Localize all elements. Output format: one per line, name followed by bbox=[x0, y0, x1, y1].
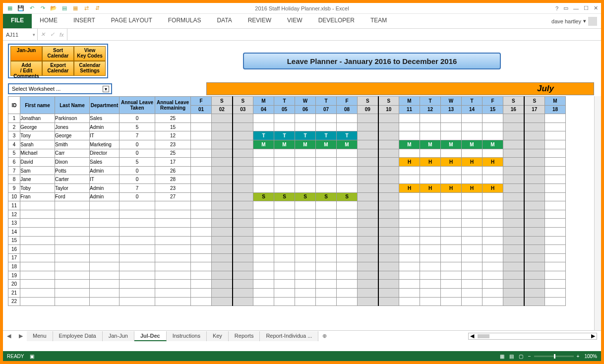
panel-button-sort-calendar[interactable]: SortCalendar bbox=[42, 46, 74, 61]
day-cell[interactable] bbox=[212, 262, 233, 271]
day-cell[interactable] bbox=[295, 236, 316, 245]
day-cell[interactable] bbox=[191, 166, 212, 175]
ribbon-tab-insert[interactable]: INSERT bbox=[65, 14, 103, 28]
day-cell[interactable] bbox=[212, 131, 233, 140]
day-cell[interactable] bbox=[524, 122, 545, 131]
day-cell[interactable] bbox=[337, 114, 358, 123]
day-cell[interactable] bbox=[212, 140, 233, 149]
sheet-tab-employee-data[interactable]: Employee Data bbox=[53, 331, 103, 341]
day-cell[interactable] bbox=[545, 114, 566, 123]
day-cell[interactable] bbox=[524, 271, 545, 280]
day-cell[interactable] bbox=[462, 280, 483, 289]
day-cell[interactable] bbox=[295, 210, 316, 219]
day-cell[interactable] bbox=[441, 210, 462, 219]
day-cell[interactable] bbox=[316, 201, 337, 210]
qat-icon-1[interactable]: ▤ bbox=[60, 4, 68, 12]
day-cell[interactable] bbox=[420, 253, 441, 262]
day-cell[interactable] bbox=[191, 245, 212, 254]
day-cell[interactable] bbox=[399, 297, 420, 306]
day-cell[interactable] bbox=[399, 149, 420, 158]
day-cell[interactable] bbox=[441, 262, 462, 271]
day-cell[interactable] bbox=[420, 236, 441, 245]
day-cell[interactable] bbox=[524, 289, 545, 298]
day-cell[interactable] bbox=[233, 289, 253, 298]
day-cell[interactable] bbox=[337, 183, 358, 192]
day-cell[interactable] bbox=[316, 175, 337, 184]
day-cell[interactable] bbox=[253, 262, 274, 271]
day-cell[interactable] bbox=[191, 175, 212, 184]
day-cell[interactable] bbox=[545, 262, 566, 271]
ribbon-tab-developer[interactable]: DEVELOPER bbox=[310, 14, 362, 28]
day-cell[interactable] bbox=[378, 210, 399, 219]
day-cell[interactable] bbox=[399, 166, 420, 175]
day-cell[interactable] bbox=[420, 280, 441, 289]
day-cell[interactable] bbox=[212, 114, 233, 123]
day-cell[interactable] bbox=[378, 192, 399, 201]
day-cell[interactable] bbox=[274, 183, 295, 192]
day-cell[interactable] bbox=[503, 289, 524, 298]
day-cell[interactable] bbox=[274, 262, 295, 271]
day-cell[interactable]: H bbox=[483, 158, 503, 167]
day-cell[interactable] bbox=[337, 262, 358, 271]
day-cell[interactable]: H bbox=[420, 158, 441, 167]
day-cell[interactable]: H bbox=[399, 183, 420, 192]
day-cell[interactable] bbox=[274, 297, 295, 306]
day-cell[interactable] bbox=[253, 122, 274, 131]
day-cell[interactable] bbox=[358, 122, 378, 131]
day-cell[interactable] bbox=[337, 122, 358, 131]
day-cell[interactable] bbox=[253, 175, 274, 184]
day-cell[interactable] bbox=[483, 210, 503, 219]
day-cell[interactable] bbox=[399, 122, 420, 131]
day-cell[interactable] bbox=[524, 131, 545, 140]
help-icon[interactable]: ? bbox=[555, 5, 558, 11]
day-cell[interactable] bbox=[420, 192, 441, 201]
day-cell[interactable] bbox=[233, 297, 253, 306]
day-cell[interactable] bbox=[462, 227, 483, 236]
day-cell[interactable] bbox=[503, 166, 524, 175]
day-cell[interactable] bbox=[524, 166, 545, 175]
day-cell[interactable] bbox=[524, 158, 545, 167]
day-cell[interactable] bbox=[483, 192, 503, 201]
day-cell[interactable] bbox=[191, 236, 212, 245]
day-cell[interactable] bbox=[212, 236, 233, 245]
day-cell[interactable]: H bbox=[441, 183, 462, 192]
day-cell[interactable] bbox=[274, 158, 295, 167]
day-cell[interactable] bbox=[295, 122, 316, 131]
day-cell[interactable] bbox=[420, 175, 441, 184]
day-cell[interactable] bbox=[462, 166, 483, 175]
day-cell[interactable] bbox=[212, 271, 233, 280]
day-cell[interactable]: M bbox=[295, 140, 316, 149]
ribbon-tab-review[interactable]: REVIEW bbox=[240, 14, 279, 28]
day-cell[interactable] bbox=[274, 166, 295, 175]
day-cell[interactable] bbox=[274, 175, 295, 184]
day-cell[interactable] bbox=[191, 280, 212, 289]
day-cell[interactable] bbox=[483, 262, 503, 271]
day-cell[interactable]: M bbox=[274, 140, 295, 149]
day-cell[interactable] bbox=[399, 219, 420, 228]
day-cell[interactable] bbox=[274, 280, 295, 289]
day-cell[interactable] bbox=[358, 114, 378, 123]
day-cell[interactable] bbox=[483, 122, 503, 131]
day-cell[interactable] bbox=[253, 271, 274, 280]
day-cell[interactable] bbox=[420, 166, 441, 175]
day-cell[interactable] bbox=[191, 227, 212, 236]
day-cell[interactable] bbox=[233, 271, 253, 280]
day-cell[interactable] bbox=[545, 227, 566, 236]
qat-icon-3[interactable]: ⇄ bbox=[82, 4, 90, 12]
day-cell[interactable] bbox=[399, 245, 420, 254]
day-cell[interactable] bbox=[316, 166, 337, 175]
sheet-nav-prev[interactable]: ◀ bbox=[3, 333, 15, 339]
ribbon-tab-formulas[interactable]: FORMULAS bbox=[160, 14, 209, 28]
day-cell[interactable] bbox=[212, 158, 233, 167]
day-cell[interactable] bbox=[274, 227, 295, 236]
day-cell[interactable] bbox=[253, 280, 274, 289]
day-cell[interactable] bbox=[316, 210, 337, 219]
day-cell[interactable] bbox=[524, 192, 545, 201]
day-cell[interactable] bbox=[358, 219, 378, 228]
day-cell[interactable]: M bbox=[420, 140, 441, 149]
day-cell[interactable] bbox=[212, 201, 233, 210]
day-cell[interactable] bbox=[337, 158, 358, 167]
minimize-icon[interactable]: — bbox=[573, 5, 579, 11]
day-cell[interactable] bbox=[295, 158, 316, 167]
day-cell[interactable]: H bbox=[399, 158, 420, 167]
